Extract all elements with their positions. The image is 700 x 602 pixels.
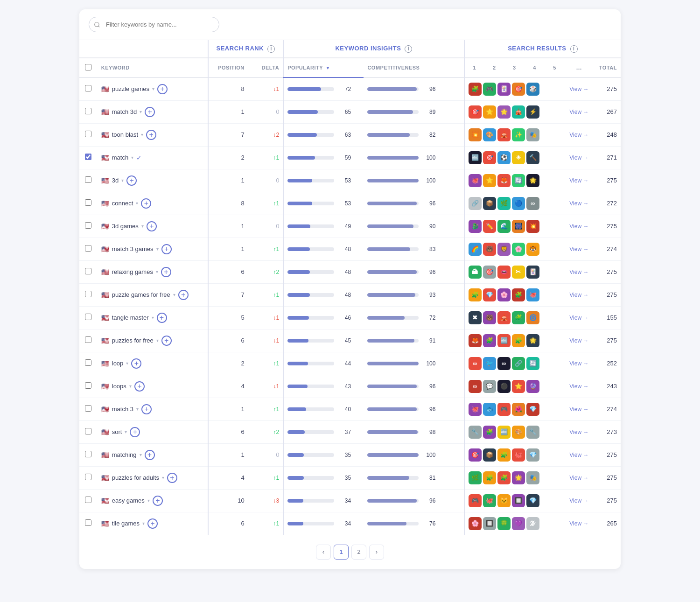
row-checkbox[interactable] (85, 474, 91, 480)
add-button[interactable]: + (141, 198, 151, 209)
keyword-dropdown-icon[interactable]: ▾ (156, 269, 158, 274)
row-checkbox[interactable] (85, 131, 91, 137)
more-results-cell[interactable]: View → (565, 329, 594, 352)
row-checkbox-cell[interactable] (79, 352, 98, 375)
view-link[interactable]: View → (569, 337, 588, 344)
view-link[interactable]: View → (569, 86, 588, 92)
view-link[interactable]: View → (569, 360, 588, 367)
add-button[interactable]: + (126, 175, 137, 186)
more-results-cell[interactable]: View → (565, 238, 594, 260)
add-button[interactable]: + (146, 130, 156, 140)
add-button[interactable]: + (141, 404, 152, 414)
view-link[interactable]: View → (569, 429, 588, 435)
row-checkbox-cell[interactable] (79, 123, 98, 146)
keyword-dropdown-icon[interactable]: ▾ (136, 201, 138, 206)
row-checkbox-cell[interactable] (79, 192, 98, 215)
row-checkbox[interactable] (85, 405, 91, 412)
view-link[interactable]: View → (569, 292, 588, 298)
view-link[interactable]: View → (569, 109, 588, 115)
add-button[interactable]: + (147, 221, 157, 231)
keyword-dropdown-icon[interactable]: ▾ (162, 475, 164, 480)
search-results-info-icon[interactable]: i (570, 45, 578, 53)
row-checkbox-cell[interactable] (79, 466, 98, 489)
view-link[interactable]: View → (569, 269, 588, 275)
view-link[interactable]: View → (569, 246, 588, 252)
view-link[interactable]: View → (569, 223, 588, 230)
row-checkbox[interactable] (85, 291, 91, 297)
add-button[interactable]: + (145, 107, 155, 117)
row-checkbox-cell[interactable] (79, 420, 98, 443)
add-button[interactable]: + (161, 267, 171, 277)
add-button[interactable]: + (178, 290, 189, 300)
keyword-dropdown-icon[interactable]: ▾ (126, 361, 128, 366)
more-results-cell[interactable]: View → (565, 398, 594, 420)
row-checkbox[interactable] (85, 497, 91, 503)
more-results-cell[interactable]: View → (565, 306, 594, 329)
view-link[interactable]: View → (569, 475, 588, 481)
row-checkbox[interactable] (85, 245, 91, 252)
more-results-cell[interactable]: View → (565, 352, 594, 375)
add-button[interactable]: + (130, 427, 140, 437)
keyword-insights-info-icon[interactable]: i (405, 45, 412, 53)
page-1-button[interactable]: 1 (334, 545, 349, 560)
row-checkbox-cell[interactable] (79, 443, 98, 466)
row-checkbox-cell[interactable] (79, 329, 98, 352)
keyword-dropdown-icon[interactable]: ▾ (152, 86, 154, 91)
row-checkbox-cell[interactable] (79, 512, 98, 535)
keyword-dropdown-icon[interactable]: ▾ (156, 246, 159, 252)
keyword-dropdown-icon[interactable]: ▾ (147, 498, 150, 503)
search-input[interactable] (89, 17, 219, 32)
view-link[interactable]: View → (569, 452, 588, 458)
row-checkbox-cell[interactable] (79, 238, 98, 260)
row-checkbox-cell[interactable] (79, 169, 98, 192)
page-2-button[interactable]: 2 (351, 545, 366, 560)
row-checkbox[interactable] (85, 382, 91, 389)
row-checkbox[interactable] (85, 154, 91, 160)
more-results-cell[interactable]: View → (565, 420, 594, 443)
more-results-cell[interactable]: View → (565, 489, 594, 512)
more-results-cell[interactable]: View → (565, 443, 594, 466)
row-checkbox[interactable] (85, 359, 91, 366)
more-results-cell[interactable]: View → (565, 375, 594, 398)
keyword-dropdown-icon[interactable]: ▾ (173, 292, 175, 297)
row-checkbox[interactable] (85, 519, 91, 526)
row-checkbox[interactable] (85, 222, 91, 229)
add-button[interactable]: + (161, 336, 172, 346)
add-button[interactable]: + (167, 473, 177, 483)
keyword-dropdown-icon[interactable]: ▾ (156, 338, 159, 343)
row-checkbox[interactable] (85, 336, 91, 343)
row-checkbox-cell[interactable] (79, 283, 98, 306)
more-results-cell[interactable]: View → (565, 192, 594, 215)
view-link[interactable]: View → (569, 154, 588, 161)
row-checkbox-cell[interactable] (79, 77, 98, 101)
more-results-cell[interactable]: View → (565, 146, 594, 169)
row-checkbox-cell[interactable] (79, 398, 98, 420)
row-checkbox-cell[interactable] (79, 146, 98, 169)
add-button[interactable]: + (134, 381, 145, 392)
row-checkbox[interactable] (85, 268, 91, 274)
view-link[interactable]: View → (569, 520, 588, 527)
add-button[interactable]: + (147, 518, 158, 529)
select-all-checkbox[interactable] (85, 64, 91, 70)
keyword-dropdown-icon[interactable]: ▾ (142, 521, 145, 526)
add-button[interactable]: + (153, 496, 163, 506)
view-link[interactable]: View → (569, 132, 588, 138)
view-link[interactable]: View → (569, 177, 588, 184)
add-button[interactable]: + (145, 450, 155, 460)
keyword-dropdown-icon[interactable]: ▾ (125, 429, 127, 434)
view-link[interactable]: View → (569, 200, 588, 207)
more-results-cell[interactable]: View → (565, 100, 594, 123)
add-button[interactable]: + (157, 84, 168, 94)
row-checkbox-cell[interactable] (79, 489, 98, 512)
more-results-cell[interactable]: View → (565, 123, 594, 146)
row-checkbox[interactable] (85, 314, 91, 320)
row-checkbox-cell[interactable] (79, 215, 98, 238)
more-results-cell[interactable]: View → (565, 169, 594, 192)
search-rank-info-icon[interactable]: i (267, 45, 275, 53)
row-checkbox[interactable] (85, 451, 91, 457)
row-checkbox-cell[interactable] (79, 100, 98, 123)
keyword-dropdown-icon[interactable]: ▾ (129, 384, 132, 389)
row-checkbox-cell[interactable] (79, 260, 98, 283)
prev-page-button[interactable]: ‹ (316, 545, 331, 560)
keyword-dropdown-icon[interactable]: ▾ (152, 315, 154, 320)
